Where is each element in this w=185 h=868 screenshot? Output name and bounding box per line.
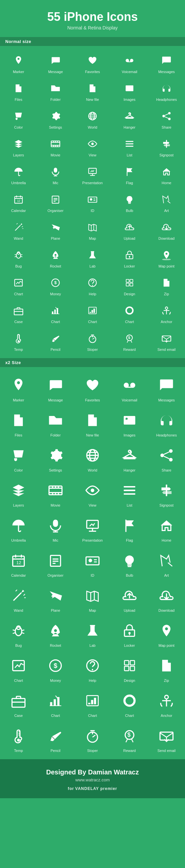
icon-reward-label: Reward (123, 347, 136, 351)
icon-x2-home-label: Home (161, 538, 171, 542)
icon-design: Design (111, 272, 148, 299)
icon-chart-bar: Chart (37, 299, 74, 327)
icon-x2-plane: Plane (37, 581, 74, 616)
icon-x2-presentation: Presentation (74, 510, 111, 546)
icon-x2-bug-label: Bug (15, 644, 22, 647)
svg-point-218 (17, 739, 20, 742)
icon-upload-label: Upload (124, 237, 136, 240)
title-number: 55 (47, 10, 61, 24)
svg-text:12: 12 (16, 560, 21, 565)
icon-images: Images (111, 77, 148, 105)
author-name: Damian Watracz (88, 769, 139, 776)
svg-line-181 (22, 633, 25, 633)
svg-point-127 (169, 449, 173, 453)
icon-pencil-label: Pencil (50, 347, 61, 351)
icon-x2-images: Images (111, 405, 148, 440)
svg-rect-199 (165, 665, 168, 666)
icon-umbrella: Umbrella (0, 160, 37, 188)
icon-files: Files (0, 77, 37, 105)
icon-x2-new-file-label: New file (86, 433, 99, 437)
icon-x2-movie-label: Movie (50, 503, 60, 507)
icon-wand-label: Wand (14, 237, 23, 240)
svg-rect-2 (127, 62, 132, 62)
designed-by: Designed By Damian Watracz (7, 769, 178, 776)
icon-chart-pie: Chart (74, 299, 111, 327)
icon-bug: Bug (0, 244, 37, 272)
svg-line-222 (92, 735, 96, 737)
icon-id: ID (74, 188, 111, 216)
icon-x2-temp: Temp (0, 721, 37, 756)
icon-chart-bar-label: Chart (51, 320, 60, 324)
header: 55 iPhone Icons Normal & Retina Display (0, 0, 185, 37)
icon-x2-settings: Settings (37, 440, 74, 475)
svg-point-11 (129, 113, 130, 114)
icon-voicemail: Voicemail (111, 49, 148, 77)
icon-signpost-label: Signpost (159, 153, 174, 157)
icon-help: Help (74, 272, 111, 299)
icon-mic: Mic (37, 160, 74, 188)
icon-x2-new-file: New file (74, 405, 111, 440)
icon-x2-marker-label: Marker (13, 398, 24, 402)
icon-x2-layers: Layers (0, 475, 37, 510)
icon-x2-download: Download (148, 581, 185, 616)
svg-rect-32 (54, 168, 57, 173)
icon-share: Share (148, 105, 185, 133)
icon-favorites-label: Favorites (85, 70, 100, 74)
for-line: for VANDELAY premier (7, 786, 178, 791)
svg-rect-204 (54, 700, 56, 706)
icon-x2-presentation-label: Presentation (82, 538, 103, 542)
icon-new-file-label: New file (86, 97, 99, 101)
section-label-x2: x2 Size (0, 358, 185, 367)
icon-presentation-label: Presentation (82, 181, 103, 185)
icon-x2-map: Map (74, 581, 111, 616)
icon-x2-wand-label: Wand (14, 609, 23, 612)
svg-line-130 (164, 452, 169, 455)
icon-lab-label: Lab (89, 264, 96, 268)
title-main: iPhone Icons (61, 10, 138, 24)
icon-x2-chart-donut2-label: Chart (125, 714, 134, 717)
icon-x2-list-label: List (126, 503, 132, 507)
svg-point-13 (168, 112, 171, 115)
icon-x2-stoper-label: Stoper (87, 749, 98, 753)
icon-map: Map (74, 216, 111, 244)
svg-point-71 (92, 257, 93, 258)
icon-pencil: Pencil (37, 327, 74, 355)
svg-rect-30 (125, 146, 133, 147)
icon-movie-label: Movie (50, 153, 60, 157)
icon-x2-map-label: Map (89, 609, 96, 612)
svg-text:$: $ (127, 732, 131, 738)
icon-x2-organiser: Organiser (37, 546, 74, 581)
icon-grid-normal: Marker Message Favorites Voicemail Messa… (0, 46, 185, 358)
icon-x2-chart-donut2: Chart (111, 686, 148, 721)
icon-x2-color-label: Color (14, 468, 23, 472)
svg-line-17 (165, 117, 169, 118)
svg-point-129 (169, 458, 173, 462)
icon-x2-voicemail-label: Voicemail (121, 398, 137, 402)
svg-rect-82 (126, 283, 129, 286)
icon-x2-design-label: Design (124, 679, 135, 682)
icon-calendar: 12 Calendar (0, 188, 37, 216)
icon-x2-upload-label: Upload (124, 609, 136, 612)
icon-signpost: Signpost (148, 133, 185, 160)
icon-organiser: Organiser (37, 188, 74, 216)
icon-x2-plane-label: Plane (51, 609, 60, 612)
designed-by-text: Designed By (46, 769, 88, 776)
svg-line-170 (15, 590, 17, 591)
icon-x2-world: World (74, 440, 111, 475)
icon-map-point-label: Map point (158, 264, 175, 268)
icon-x2-lab-label: Lab (89, 644, 96, 647)
icon-message: Message (37, 49, 74, 77)
svg-line-55 (22, 226, 23, 227)
svg-text:$: $ (54, 662, 58, 669)
icon-x2-map-point: Map point (148, 616, 185, 651)
icon-x2-chart-bar3-label: Chart (88, 714, 97, 717)
svg-point-70 (90, 256, 91, 257)
icon-x2-message-label: Message (48, 398, 63, 402)
svg-rect-203 (50, 702, 52, 706)
svg-rect-94 (89, 312, 91, 313)
svg-rect-89 (52, 311, 53, 314)
svg-point-212 (165, 695, 169, 699)
svg-line-54 (15, 225, 21, 230)
icon-x2-send-email-label: Send email (157, 749, 176, 753)
svg-point-27 (91, 143, 94, 145)
